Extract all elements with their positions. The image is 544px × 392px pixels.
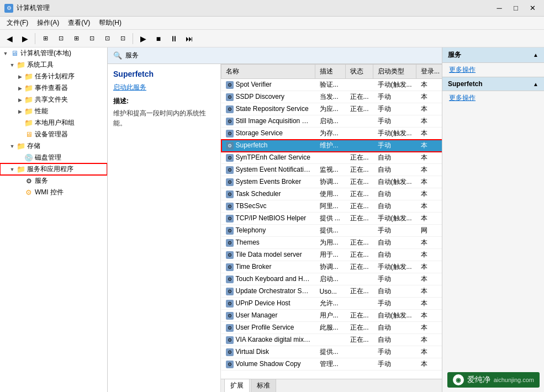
service-desc-cell: 当发... [315,91,346,103]
menu-view[interactable]: 查看(V) [64,17,94,29]
expand-icon-system: ▼ [8,61,17,70]
tb-pause[interactable]: ⏸ [167,32,181,45]
minimize-button[interactable]: ─ [492,3,506,14]
service-desc-cell: 管理... [315,358,346,370]
tb-play[interactable]: ▶ [136,32,150,45]
table-row[interactable]: ⚙Themes为用...正在...自动本 [221,237,442,249]
table-row[interactable]: ⚙System Event Notification...监视...正在...自… [221,164,442,176]
tab-extended[interactable]: 扩展 [224,379,250,392]
service-status-cell [346,79,373,91]
service-gear-icon: ⚙ [226,130,234,137]
service-logon-cell: 本 [416,79,442,91]
sidebar-item-system-tools[interactable]: ▼ 📁 系统工具 [0,59,107,71]
tb-skip[interactable]: ⏭ [182,32,197,45]
tb-btn2[interactable]: ⊡ [54,32,68,45]
sidebar-item-device-manager[interactable]: 🖥 设备管理器 [0,129,107,140]
service-logon-cell: 本 [416,358,442,370]
sidebar-item-performance[interactable]: ▶ 📁 性能 [0,105,107,117]
service-desc-cell: 为应... [315,103,346,115]
table-row[interactable]: ⚙Virtual Disk提供...手动本 [221,346,442,358]
tb-btn6[interactable]: ⊡ [115,32,130,45]
sidebar-item-event-viewer[interactable]: ▶ 📁 事件查看器 [0,82,107,94]
sidebar-item-shared-folders[interactable]: ▶ 📁 共享文件夹 [0,94,107,105]
menu-file[interactable]: 文件(F) [2,17,33,29]
table-row[interactable]: ⚙Spot Verifier验证...手动(触发...本 [221,79,442,91]
close-button[interactable]: ✕ [525,3,540,14]
menu-action[interactable]: 操作(A) [33,17,64,29]
service-desc-cell [315,334,346,346]
service-name-cell: ⚙Volume Shadow Copy [221,358,315,370]
table-row[interactable]: ⚙User Manager用户...正在...自动(触发...本 [221,310,442,322]
content-area: 🔍 服务 Superfetch 启动此服务 描述: 维护和提高一段时间内的系统性… [108,47,442,392]
expand-icon-shared: ▶ [15,96,24,104]
table-row[interactable]: ⚙VIA Karaoke digital mixe...正在...自动本 [221,334,442,346]
shared-folders-label: 共享文件夹 [35,95,68,104]
service-desc-cell: 监视... [315,164,346,176]
col-header-startup[interactable]: 启动类型 [373,65,416,79]
table-row[interactable]: ⚙SSDP Discovery当发...正在...手动本 [221,91,442,103]
service-startup-cell: 自动 [373,152,416,164]
service-status-cell: 正在... [346,310,373,322]
sidebar-root[interactable]: ▼ 🖥 计算机管理(本地) [0,47,107,59]
service-startup-cell: 自动 [373,237,416,249]
table-row[interactable]: ⚙Task Scheduler使用...正在...自动本 [221,188,442,200]
sidebar-item-wmi[interactable]: ⚙ WMI 控件 [0,187,107,198]
detail-link[interactable]: 启动此服务 [113,83,215,92]
tb-btn3[interactable]: ⊞ [69,32,83,45]
service-gear-icon: ⚙ [226,361,234,368]
system-tools-label: 系统工具 [27,60,54,70]
table-row[interactable]: ⚙Time Broker协调...正在...手动(触发...本 [221,261,442,273]
col-header-logon[interactable]: 登录... [416,65,442,79]
col-header-name[interactable]: 名称 [221,65,315,79]
table-row[interactable]: ⚙TCP/IP NetBIOS Helper提供 ...正在...手动(触发..… [221,213,442,225]
col-header-desc[interactable]: 描述 [315,65,346,79]
table-row[interactable]: ⚙Volume Shadow Copy管理...手动本 [221,358,442,370]
table-row[interactable]: ⚙TBSecSvc阿里...正在...自动本 [221,200,442,213]
sidebar-item-services[interactable]: ⚙ 服务 [0,175,107,187]
right-action-more-services[interactable]: 更多操作 [442,63,544,77]
service-desc-cell: 协调... [315,176,346,188]
service-name-cell: ⚙SSDP Discovery [221,91,315,103]
table-row[interactable]: ⚙Still Image Acquisition Ev...启动...手动本 [221,115,442,128]
sidebar-item-services-apps[interactable]: ▼ 📁 服务和应用程序 [0,163,107,175]
tb-stop[interactable]: ■ [151,32,166,45]
service-startup-cell: 手动 [373,103,416,115]
folder-icon-event: 📁 [24,84,33,93]
window-title: 计算机管理 [17,3,492,13]
tb-back[interactable]: ◀ [2,32,17,45]
table-row[interactable]: ⚙Superfetch维护...手动本 [221,140,442,152]
table-row[interactable]: ⚙Telephony提供...手动网 [221,225,442,237]
service-gear-icon: ⚙ [226,288,234,295]
table-row[interactable]: ⚙Storage Service为存...手动(触发...本 [221,128,442,140]
table-row[interactable]: ⚙Update Orchestrator Ser...Uso...正在...自动… [221,285,442,298]
service-name-cell: ⚙Storage Service [221,128,315,140]
tb-btn1[interactable]: ⊞ [38,32,52,45]
sidebar-item-task-scheduler[interactable]: ▶ 📁 任务计划程序 [0,71,107,82]
table-row[interactable]: ⚙User Profile Service此服...正在...自动本 [221,322,442,334]
menu-help[interactable]: 帮助(H) [94,17,126,29]
service-gear-icon: ⚙ [226,324,234,332]
col-header-status[interactable]: 状态 [346,65,373,79]
tb-btn4[interactable]: ⊡ [84,32,99,45]
table-row[interactable]: ⚙UPnP Device Host允许...手动本 [221,298,442,310]
table-row[interactable]: ⚙SynTPEnh Caller Service正在...自动本 [221,152,442,164]
table-row[interactable]: ⚙State Repository Service为应...正在...手动本 [221,103,442,115]
right-action-more-superfetch[interactable]: 更多操作 [442,91,544,105]
maximize-button[interactable]: □ [509,3,523,14]
tb-forward[interactable]: ▶ [18,32,32,45]
service-startup-cell: 自动 [373,322,416,334]
tb-btn5[interactable]: ⊡ [100,32,114,45]
services-icon: ⚙ [24,177,33,186]
sidebar-item-local-users[interactable]: 📁 本地用户和组 [0,117,107,129]
table-row[interactable]: ⚙Touch Keyboard and Ha...启动...手动本 [221,273,442,285]
sidebar-item-disk-management[interactable]: 💿 磁盘管理 [0,152,107,163]
folder-icon-dev: 🖥 [24,130,33,139]
table-row[interactable]: ⚙Tile Data model server用于...正在...自动本 [221,249,442,261]
service-desc-cell: 维护... [315,140,346,152]
service-desc-cell: 阿里... [315,200,346,213]
sidebar-item-storage[interactable]: ▼ 📁 存储 [0,140,107,152]
tab-standard[interactable]: 标准 [251,379,276,392]
expand-icon-users [15,119,24,128]
right-services-title: 服务 [448,50,461,60]
table-row[interactable]: ⚙System Events Broker协调...正在...自动(触发...本 [221,176,442,188]
